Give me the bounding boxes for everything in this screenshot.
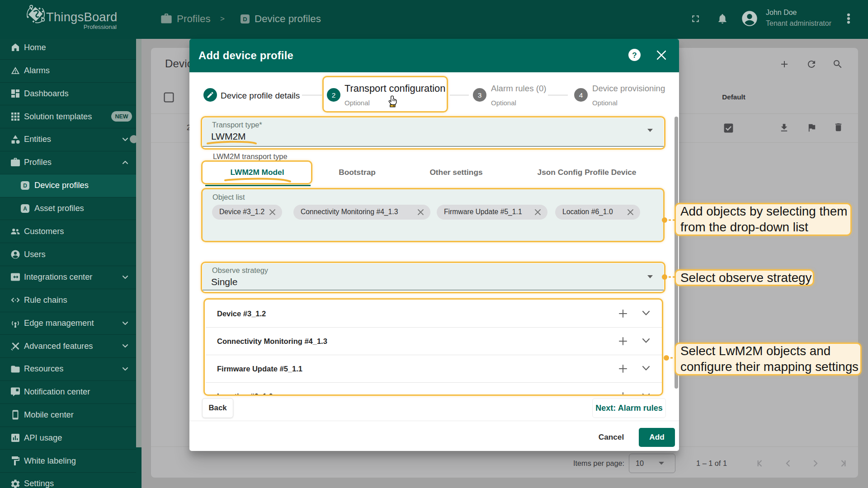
svg-text:3: 3 <box>478 91 482 99</box>
svg-text:2: 2 <box>332 91 336 99</box>
svg-text:D: D <box>23 183 27 189</box>
svg-text:?: ? <box>632 51 637 60</box>
svg-text:D: D <box>243 16 247 23</box>
svg-text:4: 4 <box>579 91 583 99</box>
svg-text:A: A <box>23 206 27 212</box>
